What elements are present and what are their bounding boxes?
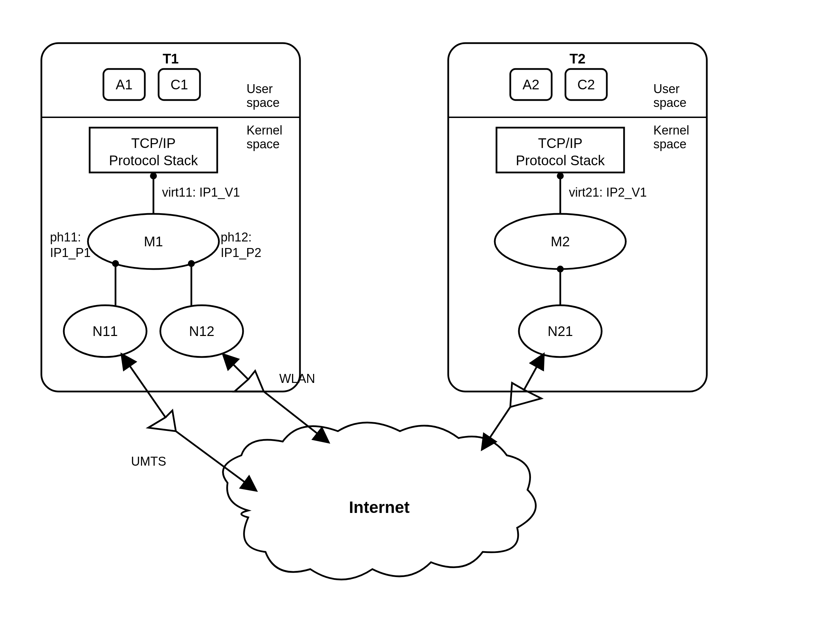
t2-n-label: N21: [548, 324, 573, 339]
wlan-label: WLAN: [279, 372, 315, 386]
t2-stack-line1: TCP/IP: [538, 135, 583, 151]
wlan-link: WLAN: [224, 355, 328, 441]
t2-container: T2 A2 C2 Userspace Kernelspace TCP/IP Pr…: [448, 43, 707, 391]
internet-cloud: Internet: [223, 423, 536, 580]
t1-stack-line1: TCP/IP: [131, 135, 176, 151]
t2-stack-line2: Protocol Stack: [516, 153, 605, 168]
t1-n2-label: N12: [189, 324, 214, 339]
t2-user-space: Userspace: [653, 82, 687, 110]
t1-m-label: M1: [144, 234, 163, 249]
t1-c-label: C1: [170, 77, 188, 92]
t1-user-space: Userspace: [246, 82, 280, 110]
umts-link: UMTS: [122, 355, 255, 490]
t1-a-label: A1: [116, 77, 133, 92]
t2-c-label: C2: [577, 77, 595, 92]
t1-kernel-space: Kernelspace: [246, 123, 282, 151]
umts-label: UMTS: [131, 454, 166, 469]
t1-container: T1 A1 C1 Userspace Kernelspace TCP/IP Pr…: [41, 43, 300, 391]
t2-link: [483, 355, 543, 448]
t2-virt-label: virt21: IP2_V1: [569, 185, 647, 200]
t2-m-label: M2: [551, 234, 570, 249]
t2-kernel-space: Kernelspace: [653, 123, 689, 151]
t1-ph2-label: ph12:IP1_P2: [221, 230, 261, 260]
t2-a-label: A2: [523, 77, 540, 92]
t1-ph1-label: ph11:IP1_P1: [50, 230, 91, 260]
t1-n1-label: N11: [92, 324, 117, 339]
t2-title: T2: [569, 51, 586, 66]
network-diagram: T1 A1 C1 Userspace Kernelspace TCP/IP Pr…: [0, 0, 833, 644]
t1-virt-label: virt11: IP1_V1: [162, 185, 240, 200]
t1-stack-line2: Protocol Stack: [109, 153, 198, 168]
t1-title: T1: [163, 51, 179, 66]
internet-label: Internet: [349, 498, 410, 516]
